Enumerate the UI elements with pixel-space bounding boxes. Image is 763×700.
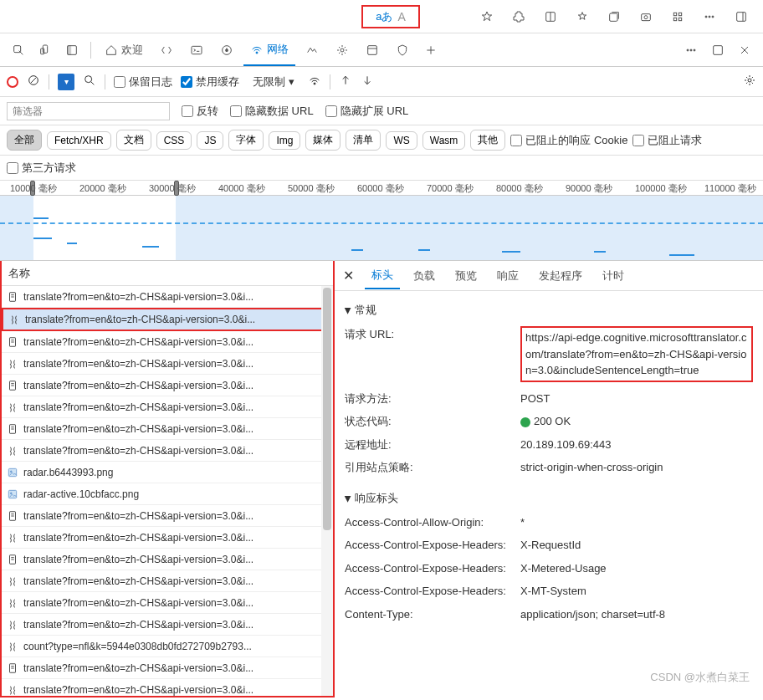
translate-button[interactable]: aあ A	[361, 5, 420, 28]
svg-point-36	[85, 76, 92, 83]
request-row[interactable]: translate?from=en&to=zh-CHS&api-version=…	[2, 592, 333, 614]
dock-side-icon[interactable]	[706, 38, 730, 62]
more-tools-icon[interactable]	[679, 38, 703, 62]
detail-tab-timing[interactable]: 计时	[596, 263, 631, 289]
svg-rect-24	[368, 45, 377, 54]
request-row[interactable]: translate?from=en&to=zh-CHS&api-version=…	[2, 418, 333, 440]
tab-memory[interactable]	[329, 34, 356, 66]
detail-tab-initiator[interactable]: 发起程序	[532, 263, 589, 289]
scrollbar-thumb[interactable]	[323, 288, 331, 530]
search-icon[interactable]	[83, 74, 96, 89]
close-detail-icon[interactable]: ✕	[338, 266, 358, 286]
blocked-request-checkbox[interactable]: 已阻止请求	[632, 133, 702, 148]
settings-icon[interactable]	[743, 74, 756, 89]
type-all[interactable]: 全部	[7, 130, 42, 151]
request-row[interactable]: translate?from=en&to=zh-CHS&api-version=…	[2, 505, 333, 527]
request-row[interactable]: radar-active.10cbfacc.png	[2, 483, 333, 505]
request-list[interactable]: translate?from=en&to=zh-CHS&api-version=…	[2, 286, 333, 696]
request-row[interactable]: translate?from=en&to=zh-CHS&api-version=…	[2, 308, 333, 331]
request-row[interactable]: translate?from=en&to=zh-CHS&api-version=…	[2, 549, 333, 570]
request-name: translate?from=en&to=zh-CHS&api-version=…	[23, 662, 253, 674]
tab-elements[interactable]	[153, 34, 180, 66]
request-name: translate?from=en&to=zh-CHS&api-version=…	[23, 684, 253, 696]
apps-icon[interactable]	[663, 4, 693, 29]
split-icon[interactable]	[535, 4, 566, 29]
request-row[interactable]: translate?from=en&to=zh-CHS&api-version=…	[2, 440, 333, 462]
type-media[interactable]: 媒体	[305, 130, 341, 151]
tab-network[interactable]: 网络	[243, 34, 295, 66]
type-css[interactable]: CSS	[156, 131, 192, 150]
section-general[interactable]: ▶常规	[345, 298, 753, 323]
sidebar-toggle-icon[interactable]	[726, 4, 756, 29]
request-row[interactable]: translate?from=en&to=zh-CHS&api-version=…	[2, 657, 333, 679]
screenshot-icon[interactable]	[631, 4, 661, 29]
detail-tab-preview[interactable]: 预览	[448, 263, 484, 289]
filter-toggle[interactable]: ▾	[58, 74, 74, 90]
request-name: translate?from=en&to=zh-CHS&api-version=…	[23, 575, 253, 587]
tab-application[interactable]	[359, 34, 386, 66]
svg-point-4	[644, 15, 648, 18]
device-icon[interactable]	[33, 38, 57, 62]
filter-input[interactable]	[7, 102, 170, 120]
request-row[interactable]: translate?from=en&to=zh-CHS&api-version=…	[2, 570, 333, 592]
upload-icon[interactable]	[339, 74, 352, 89]
type-doc[interactable]: 文档	[116, 130, 151, 151]
request-row[interactable]: translate?from=en&to=zh-CHS&api-version=…	[2, 331, 333, 353]
hide-data-url-checkbox[interactable]: 隐藏数据 URL	[230, 104, 314, 119]
tab-performance[interactable]	[299, 34, 325, 66]
svg-point-41	[748, 79, 751, 82]
type-fetch[interactable]: Fetch/XHR	[47, 131, 111, 150]
throttle-select[interactable]: 无限制 ▾	[248, 73, 300, 91]
timeline-overview[interactable]: 10000 毫秒20000 毫秒30000 毫秒40000 毫秒50000 毫秒…	[0, 181, 763, 261]
request-row[interactable]: translate?from=en&to=zh-CHS&api-version=…	[2, 679, 333, 696]
column-header-name[interactable]: 名称	[2, 261, 333, 286]
invert-checkbox[interactable]: 反转	[182, 104, 218, 119]
tab-welcome[interactable]: 欢迎	[98, 34, 150, 66]
type-font[interactable]: 字体	[228, 130, 264, 151]
new-tab-icon[interactable]	[419, 38, 443, 62]
inspect-icon[interactable]	[7, 38, 30, 62]
offline-icon[interactable]	[308, 74, 321, 89]
download-icon[interactable]	[361, 74, 374, 89]
request-row[interactable]: radar.b6443993.png	[2, 462, 333, 483]
header-value: *	[520, 514, 753, 531]
dock-icon[interactable]	[60, 38, 84, 62]
tab-console[interactable]	[183, 34, 210, 66]
request-row[interactable]: translate?from=en&to=zh-CHS&api-version=…	[2, 396, 333, 418]
type-ws[interactable]: WS	[386, 131, 417, 150]
request-row[interactable]: translate?from=en&to=zh-CHS&api-version=…	[2, 375, 333, 396]
record-button[interactable]	[7, 76, 18, 88]
request-row[interactable]: count?type=nfl&k=5944e0308db0fd272709b27…	[2, 636, 333, 657]
type-manifest[interactable]: 清单	[346, 130, 381, 151]
section-response-headers[interactable]: ▶响应标头	[345, 486, 753, 511]
request-row[interactable]: translate?from=en&to=zh-CHS&api-version=…	[2, 527, 333, 549]
tab-security[interactable]	[389, 34, 416, 66]
detail-tab-response[interactable]: 响应	[490, 263, 525, 289]
preserve-log-checkbox[interactable]: 保留日志	[114, 74, 172, 89]
request-name: translate?from=en&to=zh-CHS&api-version=…	[23, 401, 253, 413]
third-party-checkbox[interactable]: 第三方请求	[7, 161, 76, 176]
extensions-icon[interactable]	[504, 4, 534, 29]
favorite-icon[interactable]	[472, 4, 502, 29]
svg-rect-15	[43, 45, 47, 53]
blocked-cookie-checkbox[interactable]: 已阻止的响应 Cookie	[510, 133, 627, 148]
svg-point-28	[687, 49, 689, 51]
svg-point-9	[705, 16, 707, 18]
detail-tab-payload[interactable]: 负载	[407, 263, 442, 289]
request-row[interactable]: translate?from=en&to=zh-CHS&api-version=…	[2, 614, 333, 636]
more-icon[interactable]	[694, 4, 725, 29]
close-devtools-icon[interactable]	[733, 38, 756, 62]
request-row[interactable]: translate?from=en&to=zh-CHS&api-version=…	[2, 353, 333, 375]
disable-cache-checkbox[interactable]: 禁用缓存	[181, 74, 239, 89]
type-img[interactable]: Img	[269, 131, 300, 150]
tab-sources[interactable]	[213, 34, 240, 66]
favorites-bar-icon[interactable]	[567, 4, 597, 29]
detail-tab-headers[interactable]: 标头	[365, 263, 400, 289]
type-wasm[interactable]: Wasm	[422, 131, 466, 150]
type-js[interactable]: JS	[197, 131, 223, 150]
type-other[interactable]: 其他	[470, 130, 505, 151]
request-row[interactable]: translate?from=en&to=zh-CHS&api-version=…	[2, 286, 333, 308]
hide-ext-url-checkbox[interactable]: 隐藏扩展 URL	[325, 104, 409, 119]
clear-button[interactable]	[27, 74, 40, 89]
collections-icon[interactable]	[599, 4, 629, 29]
